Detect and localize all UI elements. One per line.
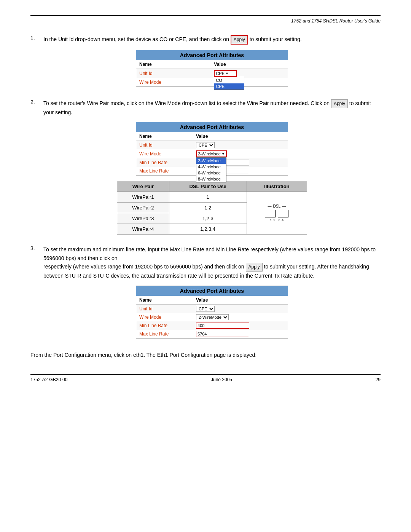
- apa-table-3: Name Value Unit Id CPE Wire Mode: [136, 296, 288, 338]
- wire-mode-selected-2: 2-WireMode: [198, 152, 221, 156]
- apply-button-step2[interactable]: Apply: [331, 99, 348, 108]
- apa-value-wire-mode-3: 2-WireMode: [193, 313, 288, 321]
- min-line-rate-input-3[interactable]: [196, 323, 249, 329]
- apa-row-wire-mode-2: Wire Mode 2-WireMode ▼ 2-WireMode 4-Wire…: [136, 149, 288, 158]
- wp-dsl-3: 1,2,3: [169, 213, 247, 224]
- dsl-num-3: 3: [278, 218, 280, 222]
- dsl-number-labels: 1 2 3 4: [270, 218, 284, 222]
- apa-label-unit-id-3: Unit Id: [136, 304, 193, 313]
- wire-pair-table: Wire Pair DSL Pair to Use Illustration W…: [117, 181, 307, 235]
- dsl-boxes: [265, 210, 288, 217]
- dsl-text: DSL: [273, 204, 280, 208]
- wp-col-wire-pair: Wire Pair: [117, 181, 169, 192]
- apa-value-min-line-rate-3: [193, 321, 288, 330]
- wp-label-4: WirePair4: [117, 224, 169, 235]
- apa-label-max-line-rate-3: Max Line Rate: [136, 330, 193, 338]
- apa-row-unit-id-1: Unit Id CPE ▼ CO CPE: [136, 69, 288, 78]
- unit-id-option-cpe[interactable]: CPE: [214, 83, 244, 89]
- apa-value-unit-id-1: CPE ▼ CO CPE: [211, 69, 288, 78]
- unit-id-arrow: ▼: [225, 72, 229, 75]
- wp-illustration: — DSL — 1 2 3: [247, 192, 307, 235]
- apa-label-wire-mode-2: Wire Mode: [136, 149, 193, 158]
- apa-label-max-line-rate-2: Max Line Rate: [136, 167, 193, 175]
- apa-col-name-3: Name: [136, 296, 193, 305]
- wire-mode-trigger-2[interactable]: 2-WireMode ▼: [196, 150, 227, 157]
- page-footer: 1752-A2-GB20-00 June 2005 29: [30, 374, 381, 382]
- apa-label-unit-id-1: Unit Id: [136, 69, 211, 78]
- dsl-num-1: 1: [270, 218, 272, 222]
- unit-id-select-2[interactable]: CPE: [196, 142, 215, 148]
- step-3-text: To set the maximum and minimum line rate…: [43, 245, 381, 280]
- apa-value-wire-mode-2: 2-WireMode ▼ 2-WireMode 4-WireMode 6-Wir…: [193, 149, 288, 158]
- step-1-text: In the Unit Id drop-down menu, set the d…: [43, 35, 381, 45]
- wire-mode-opt-2[interactable]: 2-WireMode: [196, 158, 226, 164]
- step-3: 3. To set the maximum and minimum line r…: [30, 245, 381, 343]
- apa-value-unit-id-2: CPE: [193, 141, 288, 150]
- wire-mode-opt-8[interactable]: 8-WireMode: [196, 176, 226, 182]
- apa-col-name-2: Name: [136, 132, 193, 141]
- apa-table-2: Name Value Unit Id CPE Wire Mode: [136, 132, 288, 175]
- page-header: 1752 and 1754 SHDSL Router User's Guide: [30, 15, 381, 24]
- apa-col-value-2: Value: [193, 132, 288, 141]
- apa-label-min-line-rate-2: Min Line Rate: [136, 158, 193, 167]
- dsl-num-4: 4: [282, 218, 284, 222]
- apa-title-3: Advanced Port Attributes: [136, 286, 288, 296]
- unit-id-selected: CPE: [216, 71, 225, 76]
- wp-col-dsl-pair: DSL Pair to Use: [169, 181, 247, 192]
- apa-col-name-1: Name: [136, 60, 211, 69]
- header-title: 1752 and 1754 SHDSL Router User's Guide: [291, 18, 381, 24]
- apa-row-wire-mode-3: Wire Mode 2-WireMode: [136, 313, 288, 321]
- wire-mode-select-3[interactable]: 2-WireMode: [196, 314, 229, 320]
- apply-button-step1[interactable]: Apply: [231, 35, 248, 45]
- apa-label-unit-id-2: Unit Id: [136, 141, 193, 150]
- step-1: 1. In the Unit Id drop-down menu, set th…: [30, 35, 381, 92]
- apa-value-unit-id-3: CPE: [193, 304, 288, 313]
- apa-panel-2: Advanced Port Attributes Name Value Unit…: [136, 122, 288, 176]
- apa-table-1: Name Value Unit Id CPE ▼: [136, 60, 288, 86]
- step-2-number: 2.: [30, 99, 39, 238]
- wire-mode-arrow-2: ▼: [221, 152, 225, 156]
- apa-label-wire-mode-3: Wire Mode: [136, 313, 193, 321]
- apa-row-unit-id-2: Unit Id CPE: [136, 141, 288, 150]
- apa-value-max-line-rate-3: [193, 330, 288, 338]
- wp-dsl-4: 1,2,3,4: [169, 224, 247, 235]
- max-line-rate-input-3[interactable]: [196, 331, 249, 337]
- unit-id-dropdown-1[interactable]: CPE ▼ CO CPE: [214, 70, 237, 77]
- dsl-box-2: [278, 210, 288, 217]
- dsl-label-row: — DSL —: [268, 204, 286, 208]
- step-2: 2. To set the router's Wire Pair mode, c…: [30, 99, 381, 238]
- apa-row-min-line-rate-3: Min Line Rate: [136, 321, 288, 330]
- closing-paragraph: From the Port Configuration menu, click …: [30, 351, 381, 359]
- apa-title-2: Advanced Port Attributes: [136, 122, 288, 132]
- wire-mode-dropdown-2[interactable]: 2-WireMode ▼ 2-WireMode 4-WireMode 6-Wir…: [196, 150, 227, 157]
- wp-label-1: WirePair1: [117, 192, 169, 203]
- step-3-number: 3.: [30, 245, 39, 343]
- dsl-num-2: 2: [273, 218, 275, 222]
- unit-id-option-co[interactable]: CO: [214, 77, 244, 83]
- apa-label-min-line-rate-3: Min Line Rate: [136, 321, 193, 330]
- apa-title-1: Advanced Port Attributes: [136, 50, 288, 60]
- unit-id-select-3[interactable]: CPE: [196, 306, 215, 312]
- wp-dsl-1: 1: [169, 192, 247, 203]
- unit-id-trigger-1[interactable]: CPE ▼: [214, 70, 237, 77]
- footer-right: 29: [376, 377, 381, 382]
- dsl-box-1: [265, 210, 276, 217]
- step-1-number: 1.: [30, 35, 39, 92]
- wire-mode-opt-6[interactable]: 6-WireMode: [196, 170, 226, 176]
- wp-label-2: WirePair2: [117, 203, 169, 213]
- closing-text: From the Port Configuration menu, click …: [30, 351, 381, 359]
- step-2-content: To set the router's Wire Pair mode, clic…: [43, 99, 381, 238]
- unit-id-list-1: CO CPE: [214, 77, 244, 90]
- step-1-content: In the Unit Id drop-down menu, set the d…: [43, 35, 381, 92]
- apa-col-value-3: Value: [193, 296, 288, 305]
- wire-mode-opt-4[interactable]: 4-WireMode: [196, 164, 226, 170]
- footer-center: June 2005: [211, 377, 232, 382]
- apa-row-max-line-rate-3: Max Line Rate: [136, 330, 288, 338]
- apa-panel-1: Advanced Port Attributes Name Value Unit…: [136, 50, 288, 87]
- apply-button-step3[interactable]: Apply: [246, 263, 263, 272]
- dsl-line-left: —: [268, 204, 272, 208]
- step-3-content: To set the maximum and minimum line rate…: [43, 245, 381, 343]
- footer-left: 1752-A2-GB20-00: [30, 377, 67, 382]
- wire-mode-list-2: 2-WireMode 4-WireMode 6-WireMode 8-WireM…: [196, 157, 226, 182]
- wp-dsl-2: 1,2: [169, 203, 247, 213]
